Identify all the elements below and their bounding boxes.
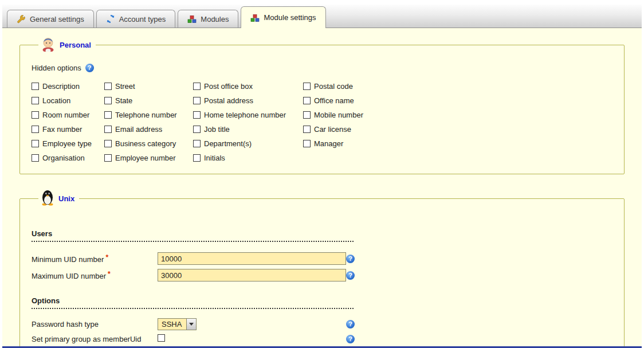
max-uid-input[interactable] [158, 269, 346, 281]
person-icon [41, 36, 56, 53]
unix-section-title: Unix [58, 194, 74, 203]
hidden-option-checkbox[interactable] [303, 140, 311, 147]
hidden-option-checkbox[interactable] [32, 83, 39, 90]
hidden-option-item: Home telephone number [193, 111, 303, 119]
tab-label: Module settings [264, 13, 316, 22]
hidden-option-checkbox[interactable] [193, 83, 201, 90]
wrench-icon [17, 14, 26, 24]
hidden-option-checkbox[interactable] [303, 97, 311, 104]
hidden-option-label: Manager [314, 139, 343, 148]
password-hash-label: Password hash type [32, 320, 99, 329]
hidden-option-item: Employee number [104, 154, 193, 162]
hidden-option-checkbox[interactable] [193, 111, 201, 119]
password-hash-row: Password hash type SSHA [32, 318, 612, 330]
hidden-option-checkbox[interactable] [303, 111, 311, 119]
max-uid-field-cell [158, 269, 346, 281]
hidden-option-item: Mobile number [303, 111, 429, 119]
refresh-arrows-icon [106, 14, 115, 24]
tab-general-settings[interactable]: General settings [7, 10, 94, 28]
hidden-option-label: Business category [115, 139, 176, 148]
min-uid-row: Minimum UID number* [32, 252, 612, 265]
help-icon[interactable] [346, 255, 355, 263]
hidden-option-checkbox[interactable] [32, 126, 39, 133]
hidden-option-item: Room number [32, 111, 104, 119]
help-icon[interactable] [346, 320, 355, 329]
hidden-option-item: Manager [303, 139, 429, 148]
hidden-option-item: Telephone number [104, 111, 193, 119]
hidden-option-checkbox[interactable] [193, 154, 201, 162]
hidden-option-label: Post office box [204, 82, 253, 91]
tab-modules[interactable]: Modules [178, 10, 238, 28]
hidden-option-item: Organisation [32, 154, 104, 162]
hidden-option-checkbox[interactable] [193, 97, 201, 104]
help-icon[interactable] [346, 271, 355, 280]
password-hash-select[interactable]: SSHA [158, 318, 197, 330]
hidden-option-item: Car license [303, 125, 429, 134]
hidden-option-label: State [115, 96, 132, 105]
hidden-options-grid: DescriptionStreetPost office boxPostal c… [32, 82, 612, 162]
hidden-option-checkbox[interactable] [104, 111, 112, 119]
hidden-option-item: Business category [104, 139, 193, 148]
tab-bar: General settings Account types [2, 5, 642, 28]
hidden-option-checkbox[interactable] [193, 126, 201, 133]
required-marker: * [108, 270, 111, 278]
member-uid-label-cell: Set primary group as memberUid [32, 335, 158, 343]
member-uid-label: Set primary group as memberUid [32, 335, 141, 343]
min-uid-input[interactable] [158, 252, 346, 265]
hidden-option-item: Post office box [193, 82, 303, 91]
hidden-option-label: Job title [204, 125, 230, 134]
help-icon[interactable] [346, 335, 355, 343]
hidden-option-item: Employee type [32, 139, 104, 148]
module-settings-page: Personal Hidden options DescriptionStree… [2, 28, 642, 346]
unix-section-legend: Unix [38, 189, 79, 208]
hidden-option-checkbox[interactable] [32, 140, 39, 147]
hidden-option-checkbox[interactable] [303, 83, 311, 90]
member-uid-checkbox[interactable] [158, 334, 165, 342]
dropdown-arrow-icon [186, 319, 196, 330]
hidden-option-checkbox[interactable] [104, 140, 112, 147]
hidden-option-item: Office name [303, 96, 429, 105]
help-icon[interactable] [85, 64, 94, 72]
options-header: Options [32, 296, 354, 309]
hidden-option-item: Job title [193, 125, 303, 134]
modules-blocks-icon [250, 13, 260, 22]
hidden-option-checkbox[interactable] [32, 154, 39, 162]
hidden-options-row: Hidden options [32, 64, 612, 72]
hidden-option-checkbox[interactable] [104, 126, 112, 133]
hidden-option-item: Fax number [32, 125, 104, 134]
tab-module-settings[interactable]: Module settings [241, 6, 325, 28]
hidden-option-label: Mobile number [314, 111, 363, 119]
password-hash-selected-value: SSHA [158, 319, 186, 330]
member-uid-field-cell [158, 334, 346, 343]
hidden-option-label: Room number [42, 111, 89, 119]
hidden-option-checkbox[interactable] [104, 154, 112, 162]
hidden-option-item: Initials [193, 154, 303, 162]
hidden-option-checkbox[interactable] [32, 97, 39, 104]
min-uid-label: Minimum UID number [32, 255, 104, 264]
tux-penguin-icon [41, 189, 54, 208]
hidden-option-checkbox[interactable] [104, 97, 112, 104]
users-header: Users [32, 229, 354, 242]
hidden-option-item: Street [104, 82, 193, 91]
personal-section-legend: Personal [38, 36, 96, 53]
hidden-option-item: Postal code [303, 82, 429, 91]
hidden-option-label: Organisation [42, 154, 85, 162]
member-uid-row: Set primary group as memberUid [32, 334, 612, 343]
hidden-option-checkbox[interactable] [32, 111, 39, 119]
tab-label: Modules [201, 15, 229, 24]
min-uid-label-cell: Minimum UID number* [32, 253, 158, 264]
hidden-option-checkbox[interactable] [104, 83, 112, 90]
tab-account-types[interactable]: Account types [96, 10, 176, 28]
hidden-option-checkbox[interactable] [303, 126, 311, 133]
options-header-label: Options [32, 296, 60, 305]
hidden-option-label: Car license [314, 125, 351, 134]
hidden-option-item: Email address [104, 125, 193, 134]
hidden-option-checkbox[interactable] [193, 140, 201, 147]
hidden-option-label: Location [42, 96, 70, 105]
password-hash-label-cell: Password hash type [32, 320, 158, 329]
tab-label: Account types [119, 15, 166, 24]
hidden-option-label: Postal address [204, 96, 253, 105]
hidden-option-item: Postal address [193, 96, 303, 105]
hidden-option-label: Street [115, 82, 135, 91]
lam-config-window: General settings Account types [2, 5, 642, 348]
